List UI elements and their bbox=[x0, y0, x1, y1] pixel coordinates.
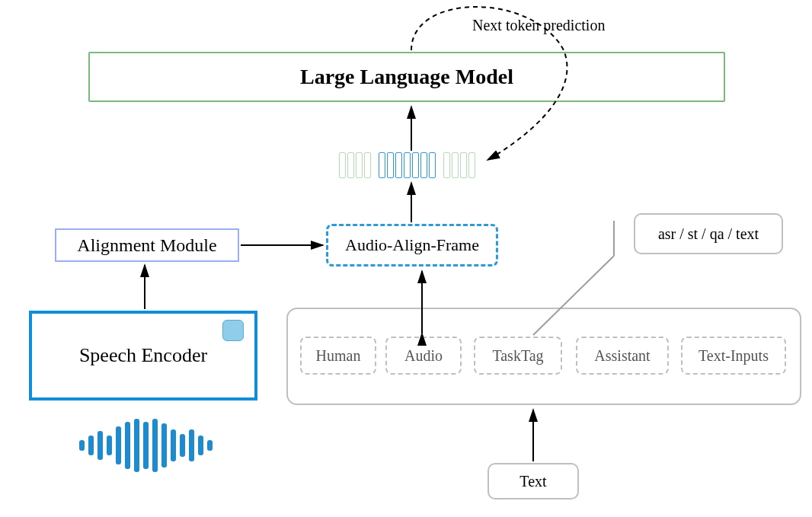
prompt-item-audio: Audio bbox=[385, 337, 462, 375]
audio-align-frame-label: Audio-Align-Frame bbox=[345, 235, 479, 255]
llm-label: Large Language Model bbox=[300, 65, 513, 89]
token-strip bbox=[339, 152, 475, 178]
task-tags-box: asr / st / qa / text bbox=[634, 213, 783, 254]
token-green bbox=[443, 152, 450, 178]
svg-rect-6 bbox=[134, 419, 139, 472]
prompt-item-human: Human bbox=[300, 337, 376, 375]
audio-waveform-icon bbox=[79, 419, 224, 472]
svg-rect-10 bbox=[171, 429, 176, 461]
svg-rect-7 bbox=[143, 422, 149, 469]
prompt-item-tasktag: TaskTag bbox=[474, 337, 562, 375]
token-blue bbox=[395, 152, 402, 178]
prompt-item-label: Assistant bbox=[594, 347, 650, 365]
token-green bbox=[339, 152, 346, 178]
prompt-item-assistant: Assistant bbox=[576, 337, 669, 375]
audio-align-frame-box: Audio-Align-Frame bbox=[326, 224, 498, 266]
alignment-module-box: Alignment Module bbox=[55, 228, 239, 262]
alignment-module-label: Alignment Module bbox=[77, 235, 216, 256]
token-gap bbox=[372, 152, 377, 178]
svg-rect-14 bbox=[207, 440, 213, 451]
svg-rect-5 bbox=[125, 422, 130, 469]
prompt-item-label: TaskTag bbox=[492, 347, 543, 365]
svg-rect-2 bbox=[98, 431, 103, 460]
prompt-item-label: Text-Inputs bbox=[699, 347, 769, 365]
annotation-next-token: Next token prediction bbox=[472, 17, 605, 34]
text-input-label: Text bbox=[519, 473, 546, 490]
task-tags-label: asr / st / qa / text bbox=[658, 225, 759, 243]
svg-rect-0 bbox=[79, 440, 85, 451]
prompt-item-label: Human bbox=[316, 347, 361, 365]
svg-rect-8 bbox=[152, 419, 158, 472]
svg-rect-1 bbox=[88, 436, 94, 455]
text-input-box: Text bbox=[488, 463, 579, 499]
svg-rect-9 bbox=[161, 423, 167, 468]
token-gap bbox=[437, 152, 442, 178]
frozen-cube-icon bbox=[222, 320, 244, 341]
speech-encoder-box: Speech Encoder bbox=[29, 311, 257, 401]
token-blue bbox=[387, 152, 394, 178]
token-blue bbox=[420, 152, 427, 178]
token-green bbox=[460, 152, 467, 178]
token-green bbox=[452, 152, 459, 178]
prompt-item-label: Audio bbox=[404, 347, 443, 365]
svg-rect-3 bbox=[107, 436, 112, 455]
token-blue bbox=[404, 152, 411, 178]
svg-rect-13 bbox=[198, 436, 203, 455]
svg-rect-4 bbox=[116, 426, 121, 464]
token-blue bbox=[429, 152, 436, 178]
prompt-item-text-inputs: Text-Inputs bbox=[681, 337, 786, 375]
token-green bbox=[468, 152, 475, 178]
token-green bbox=[356, 152, 363, 178]
token-blue bbox=[379, 152, 385, 178]
token-green bbox=[347, 152, 354, 178]
svg-rect-11 bbox=[180, 434, 185, 457]
large-language-model-box: Large Language Model bbox=[88, 52, 725, 102]
token-green bbox=[364, 152, 371, 178]
svg-rect-12 bbox=[189, 429, 194, 461]
token-blue bbox=[412, 152, 419, 178]
speech-encoder-label: Speech Encoder bbox=[79, 344, 207, 367]
